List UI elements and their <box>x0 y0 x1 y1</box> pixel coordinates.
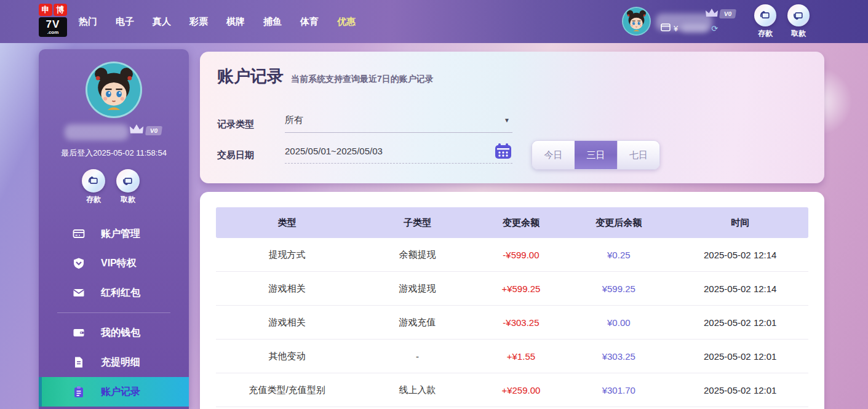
site-logo[interactable]: 申 博 7V .com <box>39 4 67 38</box>
sidebar-item-label: 充提明细 <box>101 356 140 369</box>
vip-level-tag: V0 <box>719 9 736 18</box>
withdraw-button[interactable]: 取款 <box>116 169 140 205</box>
deposit-button[interactable]: 存款 <box>754 4 776 39</box>
cell-balance-after: ¥301.70 <box>565 385 672 395</box>
table-row: 游戏相关游戏提现+¥599.25¥599.252025-05-02 12:14 <box>216 272 808 306</box>
wallet-icon <box>73 327 85 339</box>
table-header: 类型子类型变更余额变更后余额时间 <box>216 207 808 238</box>
clipboard-icon <box>73 386 85 398</box>
range-button-三日[interactable]: 三日 <box>575 141 617 169</box>
cell-change-amount: +¥599.25 <box>477 284 565 294</box>
cell-subtype: - <box>358 351 477 362</box>
cell-type: 充值类型/充值型别 <box>216 384 358 396</box>
withdraw-label: 取款 <box>791 28 806 39</box>
nav-item-live[interactable]: 真人 <box>153 16 171 28</box>
range-button-今日[interactable]: 今日 <box>532 141 575 169</box>
range-button-七日[interactable]: 七日 <box>617 141 659 169</box>
nav-item-promos[interactable]: 优惠 <box>337 16 356 28</box>
sidebar-item-account-management[interactable]: 账户管理 <box>39 219 189 248</box>
cell-time: 2025-05-02 12:14 <box>672 284 808 294</box>
records-table-panel: 类型子类型变更余额变更后余额时间 提现方式余额提现-¥599.00¥0.2520… <box>200 192 824 409</box>
column-header: 子类型 <box>358 217 477 229</box>
chevron-down-icon[interactable]: ▼ <box>504 117 510 124</box>
sidebar-item-label: 账户管理 <box>101 228 140 240</box>
vip-badge: V0 <box>129 123 162 135</box>
table-body: 提现方式余额提现-¥599.00¥0.252025-05-02 12:14游戏相… <box>216 238 808 407</box>
cell-balance-after: ¥599.25 <box>565 284 672 294</box>
deposit-label: 存款 <box>758 28 773 39</box>
file-icon <box>73 356 85 368</box>
deposit-label: 存款 <box>86 194 101 205</box>
sidebar-item-vip-privileges[interactable]: VIP特权 <box>39 248 189 278</box>
date-range-input[interactable]: 2025/05/01~2025/05/03 <box>285 139 512 164</box>
avatar[interactable] <box>622 7 651 36</box>
calendar-icon[interactable] <box>494 143 512 160</box>
sidebar-item-deposit-withdraw-details[interactable]: 充提明细 <box>39 347 189 377</box>
sidebar-menu: 账户管理VIP特权红利红包我的钱包充提明细账户记录 <box>39 219 189 407</box>
cell-time: 2025-05-02 12:01 <box>672 351 808 362</box>
nav-item-sports[interactable]: 体育 <box>300 16 319 28</box>
nav-item-fishing[interactable]: 捕鱼 <box>263 16 282 28</box>
logo-char-1: 申 <box>39 4 52 16</box>
wallet-icon <box>661 23 671 34</box>
withdraw-icon[interactable] <box>787 4 810 26</box>
cell-type: 游戏相关 <box>216 283 358 295</box>
record-type-value: 所有 <box>285 114 504 126</box>
refresh-icon[interactable]: ⟳ <box>711 24 718 33</box>
filter-panel: 账户记录 当前系统支持查询最近7日的账户记录 记录类型 所有 ▼ 交易日期 20… <box>200 52 824 183</box>
sidebar-item-bonus-redpacket[interactable]: 红利红包 <box>39 278 189 308</box>
cell-subtype: 游戏提现 <box>358 283 477 295</box>
table-row: 游戏相关游戏充值-¥303.25¥0.002025-05-02 12:01 <box>216 306 808 340</box>
crown-icon <box>705 7 719 18</box>
cell-subtype: 线上入款 <box>358 384 477 396</box>
vip-shield-icon <box>73 257 85 269</box>
sidebar-item-label: VIP特权 <box>101 257 137 270</box>
withdraw-label: 取款 <box>121 194 135 205</box>
wallet-balance[interactable]: ¥ ⟳ <box>661 23 718 34</box>
cell-change-amount: -¥303.25 <box>477 317 565 328</box>
nav-item-slots[interactable]: 电子 <box>116 16 134 28</box>
sidebar-item-my-wallet[interactable]: 我的钱包 <box>39 318 189 347</box>
withdraw-button[interactable]: 取款 <box>787 4 810 39</box>
nav-item-lottery[interactable]: 彩票 <box>189 16 208 28</box>
username-blurred <box>65 124 129 140</box>
vip-badge: V0 <box>705 7 736 18</box>
date-range-label: 交易日期 <box>217 149 254 161</box>
currency-symbol: ¥ <box>674 24 678 33</box>
deposit-button[interactable]: 存款 <box>82 169 105 205</box>
page-subtitle: 当前系统支持查询最近7日的账户记录 <box>291 74 434 85</box>
vip-level-tag: V0 <box>145 126 162 135</box>
record-type-select[interactable]: 所有 ▼ <box>285 108 512 133</box>
sidebar-item-label: 我的钱包 <box>101 327 140 340</box>
top-nav-menu: 热门电子真人彩票棋牌捕鱼体育优惠 <box>79 0 356 43</box>
table-row: 充值类型/充值型别线上入款+¥259.00¥301.702025-05-02 1… <box>216 373 808 407</box>
deposit-icon[interactable] <box>82 169 105 193</box>
deposit-icon[interactable] <box>754 4 776 26</box>
sidebar-divider <box>57 312 170 313</box>
cell-time: 2025-05-02 12:01 <box>672 385 808 395</box>
cell-change-amount: +¥1.55 <box>477 351 565 362</box>
cell-balance-after: ¥0.25 <box>565 250 672 260</box>
nav-item-hot[interactable]: 热门 <box>79 16 97 28</box>
sidebar-item-label: 账户记录 <box>101 386 140 399</box>
column-header: 时间 <box>672 217 808 229</box>
cell-balance-after: ¥0.00 <box>565 317 672 328</box>
table-row: 提现方式余额提现-¥599.00¥0.252025-05-02 12:14 <box>216 238 808 272</box>
last-login-text: 最后登入2025-05-02 11:58:54 <box>39 148 189 159</box>
crown-icon <box>129 123 145 135</box>
sidebar: V0 最后登入2025-05-02 11:58:54 存款 取款 账户管理VIP… <box>39 49 189 409</box>
avatar[interactable] <box>86 62 142 118</box>
withdraw-icon[interactable] <box>116 169 140 193</box>
sidebar-item-account-records[interactable]: 账户记录 <box>39 377 189 407</box>
cell-change-amount: -¥599.00 <box>477 250 565 260</box>
record-type-label: 记录类型 <box>217 119 254 130</box>
top-nav: 申 博 7V .com 热门电子真人彩票棋牌捕鱼体育优惠 V0 <box>0 0 868 43</box>
sidebar-item-label: 红利红包 <box>101 287 140 300</box>
logo-tld: .com <box>39 30 67 35</box>
cell-change-amount: +¥259.00 <box>477 385 565 395</box>
date-range-segmented: 今日三日七日 <box>532 140 660 170</box>
cell-time: 2025-05-02 12:01 <box>672 317 808 328</box>
nav-item-cards[interactable]: 棋牌 <box>226 16 245 28</box>
cell-type: 其他变动 <box>216 351 358 362</box>
cell-subtype: 余额提现 <box>358 249 477 261</box>
